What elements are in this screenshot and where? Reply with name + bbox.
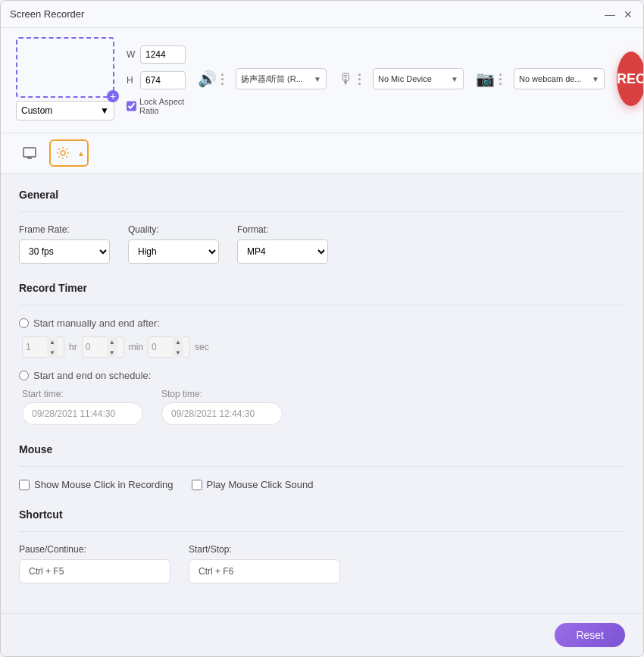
min-down[interactable]: ▼ (107, 347, 117, 358)
speaker-group: 🔊 (198, 70, 224, 88)
shortcut-title: Shortcut (19, 508, 625, 521)
capture-area-section: Custom ▼ (16, 37, 114, 120)
svg-rect-0 (23, 148, 36, 157)
speaker-icon: 🔊 (198, 70, 217, 88)
timer-inputs: ▲ ▼ hr ▲ ▼ min ▲ ▼ (22, 336, 625, 358)
window-controls: — ✕ (604, 8, 634, 20)
start-stop-group: Start/Stop: (189, 544, 340, 583)
start-time-label: Start time: (22, 389, 143, 399)
mic-icon: 🎙 (339, 70, 354, 88)
minimize-button[interactable]: — (604, 8, 616, 20)
speaker-dropdown[interactable]: 扬声器/听筒 (R... ▼ (236, 68, 327, 89)
record-timer-title: Record Timer (19, 282, 625, 294)
titlebar: Screen Recorder — ✕ (1, 1, 643, 28)
frame-rate-group: Frame Rate: 30 fps 15 fps 20 fps 24 fps … (19, 224, 110, 264)
settings-content: General Frame Rate: 30 fps 15 fps 20 fps… (1, 174, 643, 613)
record-timer-section: Record Timer Start manually and end afte… (19, 282, 625, 425)
width-row: W (127, 45, 186, 64)
settings-main-button[interactable] (51, 141, 75, 165)
stop-time-group: Stop time: (161, 389, 283, 425)
top-bar: Custom ▼ W H Lock Aspect Ratio 🔊 (1, 28, 643, 133)
hr-up[interactable]: ▲ (47, 336, 58, 347)
screen-capture-button[interactable] (16, 139, 43, 167)
toolbar: ▲ (1, 133, 643, 174)
min-input-group: ▲ ▼ (82, 336, 124, 358)
sec-stepper: ▲ ▼ (173, 336, 183, 358)
schedule-label: Start and end on schedule: (33, 370, 151, 381)
frame-rate-label: Frame Rate: (19, 224, 110, 235)
min-up[interactable]: ▲ (107, 336, 117, 347)
start-stop-label: Start/Stop: (189, 544, 340, 555)
play-sound-item: Play Mouse Click Sound (192, 479, 314, 490)
timer-divider (19, 305, 625, 305)
reset-button[interactable]: Reset (555, 623, 625, 647)
general-section: General Frame Rate: 30 fps 15 fps 20 fps… (19, 189, 625, 264)
mic-dropdown[interactable]: No Mic Device ▼ (373, 68, 464, 89)
play-sound-checkbox[interactable] (192, 480, 202, 490)
show-click-checkbox[interactable] (19, 480, 30, 490)
svg-point-3 (61, 151, 65, 155)
app-title: Screen Recorder (10, 8, 604, 20)
quality-label: Quality: (128, 224, 219, 235)
mouse-section: Mouse Show Mouse Click in Recording Play… (19, 443, 625, 490)
general-divider (19, 211, 625, 212)
start-stop-input[interactable] (189, 559, 340, 583)
app-window: Screen Recorder — ✕ Custom ▼ W H (0, 0, 644, 657)
webcam-dots (499, 74, 502, 85)
schedule-radio[interactable] (19, 371, 29, 380)
dimensions-group: W H Lock Aspect Ratio (127, 45, 186, 115)
manual-radio-row: Start manually and end after: (19, 318, 625, 329)
capture-box[interactable] (16, 37, 114, 98)
hr-input-group: ▲ ▼ (22, 336, 64, 358)
mouse-title: Mouse (19, 443, 625, 455)
manual-label: Start manually and end after: (33, 318, 160, 329)
frame-rate-select[interactable]: 30 fps 15 fps 20 fps 24 fps 60 fps (19, 239, 110, 264)
preset-select[interactable]: Custom ▼ (16, 101, 114, 120)
devices-section: 🔊 扬声器/听筒 (R... ▼ 🎙 No Mic Device ▼ (198, 68, 605, 89)
screen-capture-icon (22, 145, 37, 161)
sec-down[interactable]: ▼ (173, 347, 183, 358)
mouse-divider (19, 466, 625, 467)
close-button[interactable]: ✕ (622, 8, 634, 20)
quality-select[interactable]: High Low Medium (128, 239, 219, 264)
sec-input[interactable] (152, 342, 173, 352)
general-title: General (19, 189, 625, 201)
pause-group: Pause/Continue: (19, 544, 170, 583)
settings-arrow-button[interactable]: ▲ (75, 141, 87, 165)
sec-input-group: ▲ ▼ (148, 336, 190, 358)
hr-unit: hr (69, 342, 77, 352)
lock-ratio-checkbox[interactable] (127, 101, 136, 111)
pause-input[interactable] (19, 559, 170, 583)
width-input[interactable] (140, 45, 186, 64)
shortcut-row: Pause/Continue: Start/Stop: (19, 544, 625, 583)
mic-dots (358, 74, 361, 85)
height-input[interactable] (140, 71, 186, 89)
hr-input[interactable] (26, 342, 47, 352)
webcam-dropdown[interactable]: No webcam de... ▼ (514, 68, 605, 89)
min-input[interactable] (86, 342, 107, 352)
sec-up[interactable]: ▲ (173, 336, 183, 347)
min-unit: min (129, 342, 143, 352)
width-label: W (127, 49, 137, 60)
sec-unit: sec (195, 342, 209, 352)
show-click-label: Show Mouse Click in Recording (34, 479, 174, 490)
start-time-input[interactable] (22, 402, 143, 425)
rec-button[interactable]: REC (617, 52, 644, 106)
settings-button-group[interactable]: ▲ (49, 139, 89, 167)
time-fields: Start time: Stop time: (22, 389, 625, 425)
speaker-dots (221, 74, 224, 85)
shortcut-divider (19, 531, 625, 532)
hr-down[interactable]: ▼ (47, 347, 58, 358)
height-row: H (127, 71, 186, 89)
schedule-radio-row: Start and end on schedule: (19, 370, 625, 381)
min-stepper: ▲ ▼ (107, 336, 117, 358)
settings-icon (56, 146, 70, 160)
format-select[interactable]: MP4 MOV AVI GIF (237, 239, 328, 264)
bottom-bar: Reset (1, 613, 643, 656)
mic-group: 🎙 (339, 70, 361, 88)
start-time-group: Start time: (22, 389, 143, 425)
manual-radio[interactable] (19, 318, 29, 328)
stop-time-label: Stop time: (161, 389, 283, 399)
stop-time-input[interactable] (161, 402, 283, 425)
webcam-icon: 📷 (476, 70, 495, 88)
